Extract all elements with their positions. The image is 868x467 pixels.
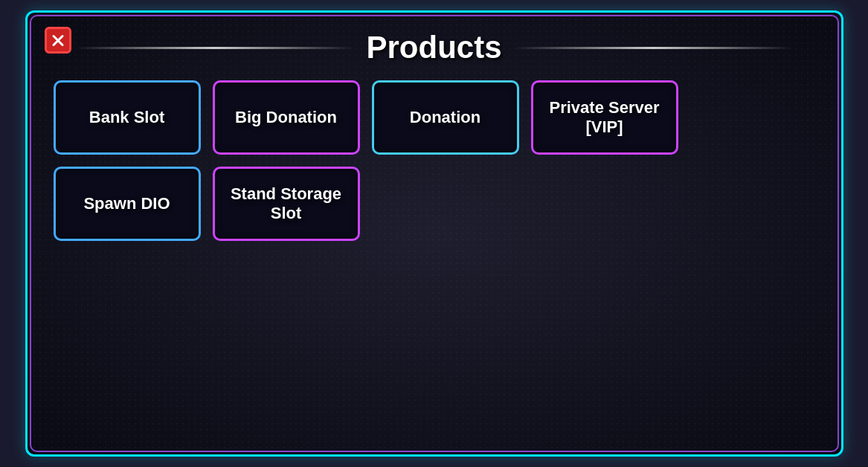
outer-border: Products Bank Slot Big Donation Donation… bbox=[25, 10, 843, 457]
close-button[interactable] bbox=[45, 27, 71, 54]
product-stand-storage-slot[interactable]: Stand Storage Slot bbox=[213, 167, 360, 241]
modal-header: Products bbox=[31, 16, 838, 73]
product-private-server[interactable]: Private Server [VIP] bbox=[531, 80, 678, 155]
product-spawn-dio[interactable]: Spawn DIO bbox=[54, 167, 201, 241]
header-line-right bbox=[514, 47, 793, 49]
header-line-left bbox=[76, 47, 355, 49]
product-big-donation[interactable]: Big Donation bbox=[213, 80, 360, 155]
modal: Products Bank Slot Big Donation Donation… bbox=[30, 15, 839, 452]
modal-title: Products bbox=[366, 30, 501, 65]
products-grid: Bank Slot Big Donation Donation Private … bbox=[31, 73, 701, 256]
product-bank-slot[interactable]: Bank Slot bbox=[54, 80, 201, 155]
product-donation[interactable]: Donation bbox=[372, 80, 519, 155]
